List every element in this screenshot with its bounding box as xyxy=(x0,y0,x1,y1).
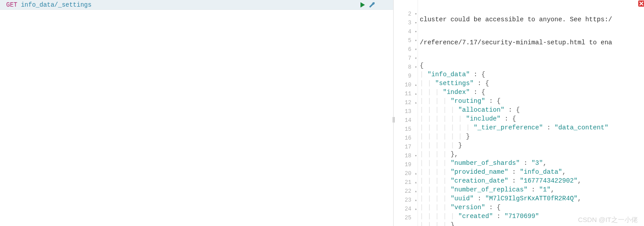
code-line: | | | | "routing" : { xyxy=(418,97,644,105)
request-actions xyxy=(360,0,376,10)
gutter-line: 16 xyxy=(394,134,418,143)
fold-arrow-icon[interactable]: ▾ xyxy=(415,45,417,54)
run-icon[interactable] xyxy=(360,2,366,8)
gutter-line: 6▾ xyxy=(394,45,418,54)
split-dragger-icon[interactable]: ‖ xyxy=(390,113,397,126)
fold-arrow-icon[interactable]: ▾ xyxy=(415,63,417,72)
code-line: | | | | | | "include" : { xyxy=(418,114,644,123)
warning-line: cluster could be accessible to anyone. S… xyxy=(418,15,644,24)
fold-arrow-icon[interactable]: ▴ xyxy=(415,187,417,196)
code-line: | | | | "creation_date" : "1677743422902… xyxy=(418,176,644,185)
http-path: info_data/_settings xyxy=(21,1,92,8)
gutter-line: 25 xyxy=(394,214,418,222)
gutter-line: 19 xyxy=(394,160,418,169)
fold-arrow-icon[interactable]: ▾ xyxy=(415,10,417,19)
code-line: | | | | | "allocation" : { xyxy=(418,105,644,114)
code-line: { xyxy=(418,61,644,70)
warning-line: /reference/7.17/security-minimal-setup.h… xyxy=(418,38,644,47)
response-viewer: 2▾3▾4▾5▾6▾7▾8▾910▴11▴12▴131415161718▾192… xyxy=(394,0,644,226)
fold-arrow-icon[interactable]: ▴ xyxy=(415,90,417,98)
code-line: | | | | "version" : { xyxy=(418,203,644,212)
fold-arrow-icon[interactable]: ▴ xyxy=(415,98,417,107)
gutter-line: 23▴ xyxy=(394,196,418,205)
code-line: | | | "index" : { xyxy=(418,88,644,97)
gutter-line: 15 xyxy=(394,125,418,134)
error-icon xyxy=(638,0,644,9)
fold-arrow-icon[interactable]: ▾ xyxy=(415,152,417,160)
code-line: | | | | "provided_name" : "info_data", xyxy=(418,168,644,176)
code-line: | | | | "number_of_replicas" : "1", xyxy=(418,185,644,194)
code-line: | | | | | | } xyxy=(418,132,644,141)
fold-arrow-icon[interactable]: ▾ xyxy=(415,54,417,63)
code-line: | | | | "number_of_shards" : "3", xyxy=(418,159,644,168)
fold-arrow-icon[interactable]: ▾ xyxy=(415,36,417,45)
gutter-line: 21▴ xyxy=(394,178,418,187)
fold-arrow-icon[interactable]: ▴ xyxy=(415,205,417,214)
http-method: GET xyxy=(6,1,17,8)
gutter: 2▾3▾4▾5▾6▾7▾8▾910▴11▴12▴131415161718▾192… xyxy=(394,0,418,226)
fold-arrow-icon[interactable]: ▾ xyxy=(415,19,417,27)
code-line: | | "settings" : { xyxy=(418,79,644,88)
gutter-line: 4▾ xyxy=(394,27,418,36)
code-line: | "info_data" : { xyxy=(418,70,644,79)
request-line[interactable]: GET info_data/_settings xyxy=(0,0,393,10)
gutter-line: 11▴ xyxy=(394,90,418,98)
gutter-line: 20▴ xyxy=(394,169,418,178)
code-line: | | | | | | | "_tier_preference" : "data… xyxy=(418,123,644,132)
gutter-line: 12▴ xyxy=(394,98,418,107)
gutter-line: 13 xyxy=(394,107,418,116)
code-line: | | | | } xyxy=(418,221,644,226)
gutter-line: 5▾ xyxy=(394,36,418,45)
gutter-line: 24▴ xyxy=(394,205,418,214)
gutter-line: 18▾ xyxy=(394,152,418,160)
gutter-line xyxy=(394,1,418,10)
gutter-line: 22▴ xyxy=(394,187,418,196)
wrench-icon[interactable] xyxy=(368,1,376,8)
gutter-line: 3▾ xyxy=(394,19,418,27)
fold-arrow-icon[interactable]: ▴ xyxy=(415,169,417,178)
gutter-line: 8▾ xyxy=(394,63,418,72)
gutter-line: 10▴ xyxy=(394,81,418,90)
fold-arrow-icon[interactable]: ▴ xyxy=(415,81,417,90)
gutter-line: 2▾ xyxy=(394,10,418,19)
gutter-line: 9 xyxy=(394,72,418,81)
gutter-line: 17 xyxy=(394,143,418,152)
code-line: | | | | | "created" : "7170699" xyxy=(418,212,644,221)
code-line: | | | | }, xyxy=(418,150,644,159)
fold-arrow-icon[interactable]: ▴ xyxy=(415,196,417,205)
gutter-line: 7▾ xyxy=(394,54,418,63)
code-area[interactable]: cluster could be accessible to anyone. S… xyxy=(418,0,644,226)
request-editor[interactable]: GET info_data/_settings ‖ xyxy=(0,0,394,226)
code-line: | | | | "uuid" : "M7lC9IlgSrKxATT0fR2R4Q… xyxy=(418,194,644,203)
code-line: | | | | | } xyxy=(418,141,644,150)
fold-arrow-icon[interactable]: ▴ xyxy=(415,178,417,187)
gutter-line: 14 xyxy=(394,116,418,125)
fold-arrow-icon[interactable]: ▾ xyxy=(415,27,417,36)
